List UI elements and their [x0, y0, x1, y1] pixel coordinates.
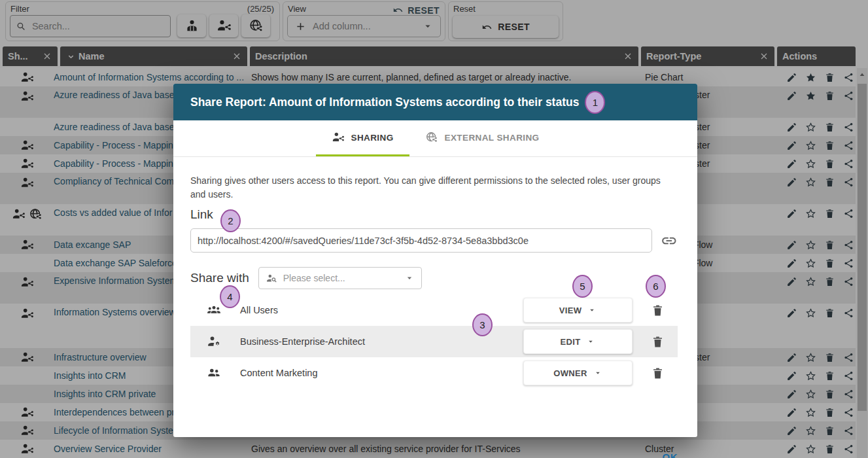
tab-label: EXTERNAL SHARING: [445, 133, 540, 143]
share-entry-row: Business-Enterprise-ArchitectEDIT: [190, 326, 678, 357]
permission-dropdown[interactable]: VIEW: [523, 298, 633, 323]
share-entry-row: Content MarketingOWNER: [190, 357, 678, 389]
dialog-tabs: SHARING EXTERNAL SHARING: [173, 120, 697, 157]
chevron-down-icon: [404, 273, 415, 283]
dialog-title-bar: Share Report: Amount of Information Syst…: [173, 84, 697, 120]
permission-label: VIEW: [559, 306, 582, 315]
chevron-down-icon: [587, 306, 597, 315]
share-entry-row: All UsersVIEW: [190, 294, 678, 326]
person-share-icon: [332, 131, 345, 144]
dialog-title: Share Report: Amount of Information Syst…: [190, 96, 579, 109]
permission-label: OWNER: [553, 368, 587, 378]
share-with-heading: Share with: [190, 271, 249, 285]
chevron-down-icon: [586, 337, 595, 346]
permission-label: EDIT: [561, 337, 581, 347]
annotation-badge-1: 1: [585, 91, 605, 114]
permission-dropdown[interactable]: EDIT: [523, 329, 633, 354]
globe-share-icon: [425, 131, 438, 144]
remove-share-icon[interactable]: [651, 366, 665, 381]
annotation-badge-2: 2: [220, 209, 241, 232]
app-window: Filter (25/25) View RESET: [0, 0, 868, 458]
select-placeholder: Please select...: [283, 273, 345, 283]
person-gear-icon: [207, 334, 221, 349]
remove-share-icon[interactable]: [651, 334, 665, 349]
share-entries-list: All UsersVIEWBusiness-Enterprise-Archite…: [190, 294, 678, 389]
share-entry-name: Content Marketing: [240, 368, 317, 378]
chevron-down-icon: [593, 368, 602, 378]
link-heading: Link: [190, 207, 678, 222]
tab-label: SHARING: [351, 133, 394, 143]
share-report-dialog: Share Report: Amount of Information Syst…: [173, 84, 697, 437]
remove-share-icon[interactable]: [651, 303, 665, 318]
share-entry-name: All Users: [240, 305, 278, 315]
groups-icon: [207, 303, 221, 317]
annotation-badge-4: 4: [220, 285, 240, 308]
dialog-body: Sharing gives other users access to this…: [173, 157, 697, 458]
permission-dropdown[interactable]: OWNER: [523, 361, 633, 385]
annotation-badge-3: 3: [472, 313, 493, 336]
people-icon: [207, 366, 221, 380]
tab-sharing[interactable]: SHARING: [316, 120, 409, 156]
sharing-intro-text: Sharing gives other users access to this…: [190, 174, 678, 202]
share-entry-name: Business-Enterprise-Architect: [240, 336, 365, 347]
person-search-icon: [266, 272, 278, 285]
annotation-badge-6: 6: [646, 275, 666, 298]
link-icon[interactable]: [661, 232, 678, 249]
tab-external-sharing[interactable]: EXTERNAL SHARING: [409, 120, 555, 156]
ok-button[interactable]: OK: [659, 451, 682, 458]
annotation-badge-5: 5: [572, 275, 593, 298]
share-link-input[interactable]: [190, 228, 652, 253]
share-with-select[interactable]: Please select...: [258, 267, 422, 289]
